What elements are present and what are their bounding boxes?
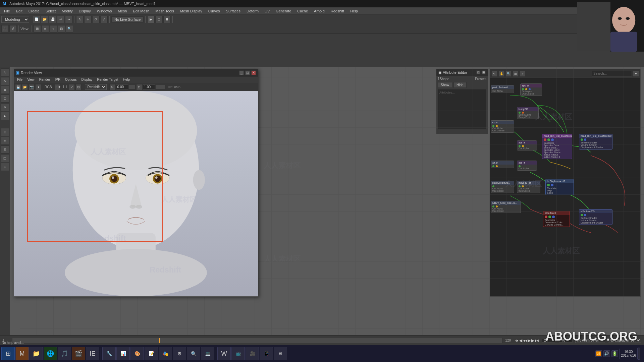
node-search-input[interactable]	[592, 71, 632, 76]
rv-menu-render[interactable]: Render	[37, 77, 52, 82]
scale-tool-btn[interactable]: ⤢	[100, 16, 108, 23]
save-scene-btn[interactable]: 💾	[49, 16, 56, 23]
node-hz-displacement[interactable]: hzDisplacement2 Thru Map Disp Scale	[545, 179, 574, 195]
anim-tool[interactable]: ⊞	[1, 128, 9, 136]
node-aps-bf[interactable]: aps_bf Out Alpha Out Coarse	[520, 83, 542, 96]
taskbar-chrome-btn[interactable]: 🌐	[44, 347, 57, 360]
grid-btn[interactable]: #	[9, 25, 17, 33]
render-btn[interactable]: ▶	[147, 16, 155, 23]
rv-fit-btn[interactable]: ⤢	[69, 84, 75, 90]
end-frame-input[interactable]: 48	[559, 338, 573, 343]
taskbar-app8[interactable]: 💻	[201, 347, 214, 360]
render-tool[interactable]: ◫	[1, 154, 9, 162]
menu-create[interactable]: Create	[26, 8, 42, 14]
rv-menu-view[interactable]: View	[25, 77, 37, 82]
node-aps-if2[interactable]: aps_if Out Alpha	[517, 161, 537, 171]
taskbar-render-btn[interactable]: 🎬	[72, 347, 85, 360]
rv-minimize-btn[interactable]: _	[239, 70, 244, 75]
menu-arnold[interactable]: Arnold	[311, 8, 327, 14]
sculpt-tool[interactable]: ◉	[1, 86, 9, 94]
video-tool[interactable]: ▶	[1, 112, 9, 120]
open-scene-btn[interactable]: 📂	[41, 16, 48, 23]
taskbar-app5[interactable]: 🎭	[159, 347, 172, 360]
taskbar-explorer-btn[interactable]: 📁	[30, 347, 43, 360]
taskbar-app13[interactable]: 🖥	[274, 347, 287, 360]
start-button[interactable]: ⊞	[1, 347, 15, 360]
menu-cache[interactable]: Cache	[294, 8, 311, 14]
rotate-tool-btn[interactable]: ⟳	[92, 16, 100, 23]
node-plank-texture[interactable]: plank2dTexture1 Out Alpha thru Coord	[491, 181, 514, 193]
next-key-btn[interactable]: ⏭	[535, 338, 539, 343]
cam-btn[interactable]: 🎥	[1, 25, 9, 33]
search-btn[interactable]: 🔍	[66, 25, 73, 33]
taskbar-app4[interactable]: 📝	[145, 347, 158, 360]
menu-mesh[interactable]: Mesh	[115, 8, 129, 14]
attr-show-btn[interactable]: Show	[438, 82, 452, 88]
node-aps-if1[interactable]: aps_if Out Alpha	[517, 140, 537, 150]
show-desktop-btn[interactable]	[637, 348, 640, 360]
rv-slider2[interactable]	[156, 85, 166, 89]
taskbar-maya-btn[interactable]: M	[15, 347, 29, 360]
rv-renderer-select[interactable]: Redshift	[85, 84, 107, 90]
rv-menu-options[interactable]: Options	[63, 77, 78, 82]
ng-grid-btn[interactable]: #	[520, 71, 526, 77]
taskbar-app1[interactable]: 🔧	[102, 347, 116, 360]
ng-frame-btn[interactable]: ⊞	[513, 71, 519, 77]
play-back-btn[interactable]: ◂◂	[523, 338, 527, 343]
rv-maximize-btn[interactable]: □	[245, 70, 250, 75]
paint-tool[interactable]: ✎	[1, 77, 9, 85]
node-bump241[interactable]: bump241 Bump Alpha Bump Posit...	[517, 107, 539, 119]
menu-display[interactable]: Display	[76, 8, 94, 14]
step-back-btn[interactable]: ◀	[519, 338, 522, 343]
menu-mesh-tools[interactable]: Mesh Tools	[153, 8, 176, 14]
move-tool-btn[interactable]: ✛	[84, 16, 92, 23]
mode-selector[interactable]: Modeling Rigging Animation	[1, 16, 29, 23]
taskbar-app3[interactable]: 🎨	[130, 347, 144, 360]
grid-tool[interactable]: ⊟	[1, 145, 9, 154]
rv-region-btn[interactable]: ⊡	[75, 84, 82, 90]
node-mbvt-c3[interactable]: mbvt_c3_bf Out Alpha thru Coord	[517, 181, 540, 193]
menu-edit[interactable]: Edit	[13, 8, 25, 14]
menu-surfaces[interactable]: Surfaces	[223, 8, 243, 14]
relax-tool[interactable]: ⊡	[1, 95, 9, 103]
node-head-skin-surface200[interactable]: head_skin_test_aiSurface200 Surface Shad…	[579, 134, 612, 149]
taskbar-app11[interactable]: 🎥	[246, 347, 259, 360]
rv-menu-render-target[interactable]: Render Target	[95, 77, 120, 82]
menu-deform[interactable]: Deform	[244, 8, 261, 14]
rv-menu-file[interactable]: File	[15, 77, 24, 82]
menu-edit-mesh[interactable]: Edit Mesh	[130, 8, 152, 14]
rv-refresh-btn[interactable]: ↻	[109, 84, 115, 90]
taskbar-media-btn[interactable]: 🎵	[58, 347, 71, 360]
rv-value1[interactable]	[116, 84, 128, 89]
attr-hide-btn[interactable]: Hide	[453, 82, 467, 88]
attr-expand-btn[interactable]: ⊞	[482, 70, 486, 74]
node-canvas[interactable]: pla6...Texture0 Out Alpha aps_bf Out Alp…	[490, 78, 640, 297]
node-head-skin-surface2[interactable]: head_skin_test_aiSurface2 Basecolor Spec…	[542, 134, 572, 159]
character-set-select[interactable]: No Character Set	[608, 338, 641, 343]
rv-save-btn[interactable]: 💾	[15, 84, 21, 90]
pause-btn[interactable]: ⏸	[163, 16, 171, 23]
tool4[interactable]: ⊡	[58, 25, 65, 33]
node-mbvt-head-mod[interactable]: MBVT_head_mod1-D... Out Alpha thru Coord	[491, 201, 521, 213]
rv-content[interactable]: 人人素材区 人人素材区 Redshift Redshift	[14, 91, 258, 296]
play-btn[interactable]: ▶	[528, 338, 531, 343]
rv-value2[interactable]	[143, 84, 155, 89]
rv-menu-help[interactable]: Help	[121, 77, 132, 82]
taskbar-app10[interactable]: 📺	[231, 347, 245, 360]
rv-lut-btn[interactable]: LUT	[55, 84, 61, 90]
tray-volume-btn[interactable]: 🔊	[603, 350, 610, 357]
taskbar-app12[interactable]: 📱	[260, 347, 273, 360]
menu-uv[interactable]: UV	[262, 8, 272, 14]
menu-file[interactable]: File	[1, 8, 13, 14]
rv-close-btn[interactable]: ✕	[251, 70, 256, 75]
undo-btn[interactable]: ↩	[57, 16, 64, 23]
menu-select[interactable]: Select	[43, 8, 59, 14]
tray-network-btn[interactable]: 📶	[595, 350, 602, 357]
rv-menu-display[interactable]: Display	[79, 77, 95, 82]
anim-layer-select[interactable]: No Anim Layer	[575, 338, 605, 343]
new-scene-btn[interactable]: 📄	[33, 16, 40, 23]
rv-info-btn[interactable]: ℹ	[35, 84, 41, 90]
node-texture0[interactable]: pla6...Texture0 Out Alpha	[491, 85, 514, 93]
menu-windows[interactable]: Windows	[94, 8, 115, 14]
redo-btn[interactable]: ↪	[65, 16, 72, 23]
